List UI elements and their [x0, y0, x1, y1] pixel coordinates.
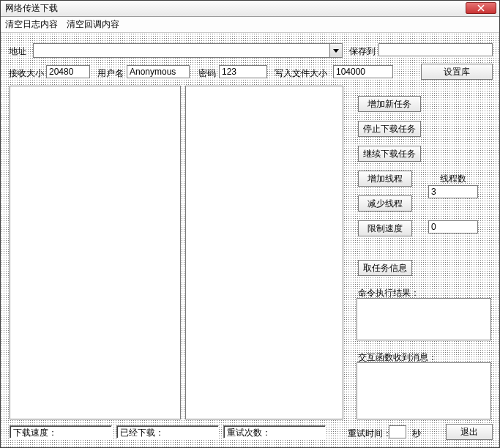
- write-size-input[interactable]: [333, 65, 393, 78]
- dec-thread-button[interactable]: 减少线程: [358, 195, 412, 212]
- titlebar: 网络传送下载: [1, 1, 499, 17]
- close-icon: [477, 4, 485, 12]
- download-speed-status: 下载速度：: [10, 425, 112, 438]
- retry-count-status: 重试次数：: [223, 425, 326, 438]
- user-label: 用户名: [96, 67, 125, 81]
- pass-label: 密码: [197, 67, 217, 81]
- limit-speed-button[interactable]: 限制速度: [358, 220, 412, 236]
- retry-time-input[interactable]: [389, 425, 406, 438]
- user-input[interactable]: [127, 65, 190, 78]
- toolbar: 清空日志内容 清空回调内容: [1, 17, 499, 33]
- get-info-button[interactable]: 取任务信息: [358, 260, 412, 276]
- stop-task-button[interactable]: 停止下载任务: [358, 121, 421, 137]
- write-size-label: 写入文件大小: [273, 67, 329, 81]
- saveto-label: 保存到: [348, 45, 377, 59]
- log-panel[interactable]: [10, 86, 181, 419]
- seconds-label: 秒: [411, 427, 422, 441]
- window-close-button[interactable]: [466, 2, 496, 14]
- retry-time-label: 重试时间：: [346, 427, 393, 441]
- chevron-down-icon: [333, 49, 339, 53]
- address-label: 地址: [7, 45, 28, 59]
- address-dropdown-button[interactable]: [329, 44, 342, 57]
- clear-callback-link[interactable]: 清空回调内容: [67, 18, 119, 31]
- already-downloaded-status: 已经下载：: [116, 425, 219, 438]
- clear-log-link[interactable]: 清空日志内容: [5, 18, 58, 31]
- address-input[interactable]: [34, 44, 329, 57]
- cmd-result-textarea[interactable]: [357, 298, 491, 340]
- pass-input[interactable]: [219, 65, 267, 78]
- recv-size-label: 接收大小: [7, 67, 45, 81]
- callback-msg-textarea[interactable]: [357, 362, 491, 419]
- limit-speed-input[interactable]: [428, 220, 478, 234]
- address-combo[interactable]: [33, 43, 343, 58]
- add-thread-button[interactable]: 增加线程: [358, 171, 412, 187]
- set-library-button[interactable]: 设置库: [421, 64, 493, 80]
- add-task-button[interactable]: 增加新任务: [358, 96, 421, 112]
- exit-button[interactable]: 退出: [446, 424, 493, 440]
- thread-count-input[interactable]: [428, 185, 478, 198]
- recv-size-input[interactable]: [46, 65, 90, 78]
- callback-panel[interactable]: [185, 86, 343, 419]
- saveto-input[interactable]: [378, 43, 493, 56]
- window-title: 网络传送下载: [5, 2, 58, 15]
- client-area: 地址 保存到 接收大小 用户名 密码 写入文件大小 设置库 增加新任务 停止下载…: [1, 33, 499, 447]
- thread-count-label: 线程数: [439, 172, 468, 186]
- resume-task-button[interactable]: 继续下载任务: [358, 146, 421, 162]
